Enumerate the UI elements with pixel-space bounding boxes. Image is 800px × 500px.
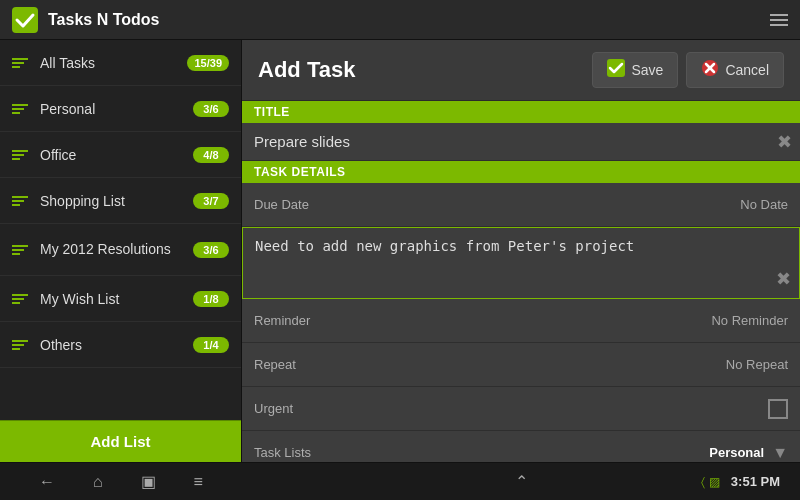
urgent-checkbox[interactable] [768, 399, 788, 419]
signal-icon: ▨ [709, 475, 720, 489]
repeat-label: Repeat [254, 357, 354, 372]
app-title: Tasks N Todos [48, 11, 770, 29]
cancel-x-icon [701, 59, 719, 81]
recent-apps-icon[interactable]: ▣ [141, 472, 156, 491]
add-list-button[interactable]: Add List [0, 420, 241, 462]
add-task-header: Add Task Save Ca [242, 40, 800, 101]
sidebar-item-resolutions[interactable]: My 2012 Resolutions 3/6 [0, 224, 241, 276]
sidebar-items: All Tasks 15/39 Personal 3/6 Office 4/8 [0, 40, 241, 420]
sidebar-item-personal[interactable]: Personal 3/6 [0, 86, 241, 132]
notes-row: ✖ [242, 227, 800, 299]
sidebar-item-wishlist[interactable]: My Wish List 1/8 [0, 276, 241, 322]
filter-icon-5 [12, 294, 28, 304]
bottom-nav-right: ⌃ 〈 ▨ 3:51 PM [242, 472, 800, 491]
up-icon[interactable]: ⌃ [515, 472, 528, 491]
menu-nav-icon[interactable]: ≡ [194, 473, 203, 491]
bottom-nav-left: ← ⌂ ▣ ≡ [0, 472, 242, 491]
title-row: ✖ [242, 123, 800, 161]
sidebar-label-resolutions: My 2012 Resolutions [40, 241, 193, 258]
title-input[interactable] [242, 123, 800, 160]
due-date-label: Due Date [254, 197, 354, 212]
sidebar-badge-personal: 3/6 [193, 101, 229, 117]
filter-icon-1 [12, 104, 28, 114]
notes-textarea[interactable] [243, 228, 799, 298]
task-details-section-header: Task Details [242, 161, 800, 183]
reminder-row[interactable]: Reminder No Reminder [242, 299, 800, 343]
wifi-icon: 〈 [701, 475, 705, 489]
filter-icon-4 [12, 245, 28, 255]
cancel-button[interactable]: Cancel [686, 52, 784, 88]
urgent-label: Urgent [254, 401, 354, 416]
sidebar-label-office: Office [40, 147, 193, 163]
bottom-nav: ← ⌂ ▣ ≡ ⌃ 〈 ▨ 3:51 PM [0, 462, 800, 500]
repeat-row[interactable]: Repeat No Repeat [242, 343, 800, 387]
sidebar-item-shopping-list[interactable]: Shopping List 3/7 [0, 178, 241, 224]
filter-icon-2 [12, 150, 28, 160]
urgent-row[interactable]: Urgent [242, 387, 800, 431]
due-date-value: No Date [354, 197, 788, 212]
reminder-value: No Reminder [354, 313, 788, 328]
task-lists-value: Personal [354, 445, 764, 460]
repeat-value: No Repeat [354, 357, 788, 372]
sidebar-badge-resolutions: 3/6 [193, 242, 229, 258]
title-clear-button[interactable]: ✖ [777, 131, 792, 153]
save-button[interactable]: Save [592, 52, 678, 88]
task-lists-row[interactable]: Task Lists Personal ▼ [242, 431, 800, 462]
save-button-label: Save [631, 62, 663, 78]
page-title: Add Task [258, 57, 584, 83]
main-layout: All Tasks 15/39 Personal 3/6 Office 4/8 [0, 40, 800, 462]
task-list-arrow-icon: ▼ [772, 444, 788, 462]
filter-icon-6 [12, 340, 28, 350]
sidebar-badge-shopping-list: 3/7 [193, 193, 229, 209]
top-bar: Tasks N Todos [0, 0, 800, 40]
sidebar-badge-others: 1/4 [193, 337, 229, 353]
sidebar-badge-all-tasks: 15/39 [187, 55, 229, 71]
sidebar-item-all-tasks[interactable]: All Tasks 15/39 [0, 40, 241, 86]
sidebar-badge-wishlist: 1/8 [193, 291, 229, 307]
back-icon[interactable]: ← [39, 473, 55, 491]
content-area: Add Task Save Ca [242, 40, 800, 462]
sidebar-label-personal: Personal [40, 101, 193, 117]
sidebar-label-wishlist: My Wish List [40, 291, 193, 307]
sidebar-label-shopping-list: Shopping List [40, 193, 193, 209]
sidebar-item-office[interactable]: Office 4/8 [0, 132, 241, 178]
filter-icon-3 [12, 196, 28, 206]
filter-icon-0 [12, 58, 28, 68]
clock-display: 3:51 PM [731, 474, 780, 489]
cancel-button-label: Cancel [725, 62, 769, 78]
notes-clear-button[interactable]: ✖ [776, 268, 791, 290]
sidebar-item-others[interactable]: Others 1/4 [0, 322, 241, 368]
sidebar-label-all-tasks: All Tasks [40, 55, 187, 71]
status-icons: 〈 ▨ [701, 475, 720, 489]
sidebar: All Tasks 15/39 Personal 3/6 Office 4/8 [0, 40, 242, 462]
app-logo-icon [12, 7, 38, 33]
due-date-row[interactable]: Due Date No Date [242, 183, 800, 227]
title-section-header: Title [242, 101, 800, 123]
home-icon[interactable]: ⌂ [93, 473, 103, 491]
sidebar-badge-office: 4/8 [193, 147, 229, 163]
menu-icon[interactable] [770, 14, 788, 26]
save-checkmark-icon [607, 59, 625, 81]
reminder-label: Reminder [254, 313, 354, 328]
form-area: Title ✖ Task Details Due Date No Date ✖ … [242, 101, 800, 462]
task-lists-label: Task Lists [254, 445, 354, 460]
sidebar-label-others: Others [40, 337, 193, 353]
